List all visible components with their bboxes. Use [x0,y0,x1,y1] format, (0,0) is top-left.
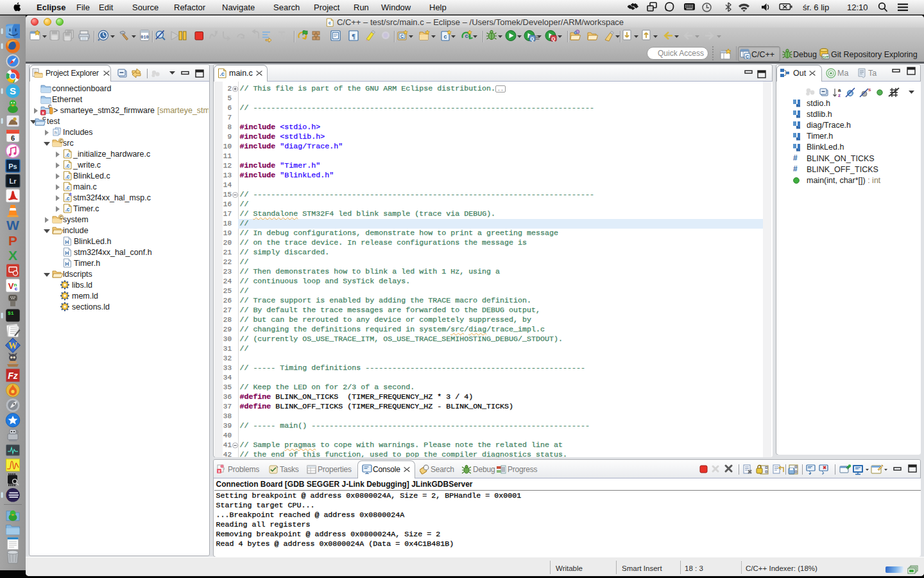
svg-text:x: x [218,469,221,473]
svg-text:Fz: Fz [8,371,18,381]
svg-text:¶: ¶ [352,32,355,40]
svg-text:W: W [6,218,19,232]
svg-text:C: C [60,215,63,220]
svg-text:V: V [8,281,14,291]
svg-text:x: x [42,110,44,115]
svg-text:.c: .c [65,206,69,213]
svg-text:c: c [329,20,332,26]
svg-text:C: C [42,116,46,121]
svg-text:.c: .c [219,71,225,77]
svg-text:C: C [400,34,404,39]
svg-text:X: X [8,248,17,263]
svg-text:c: c [465,33,468,39]
svg-text:.c: .c [65,162,69,169]
svg-text:P: P [8,233,17,248]
svg-text:.c: .c [65,173,69,180]
svg-text:.c: .c [65,195,69,202]
svg-text:Q: Q [552,36,556,42]
svg-text:Lr: Lr [10,177,17,185]
svg-text:Q: Q [531,36,535,42]
svg-text:$1: $1 [8,310,14,316]
svg-text:C: C [60,139,63,143]
svg-text:GIT: GIT [823,55,829,59]
svg-text:h: h [55,130,57,135]
svg-text:c: c [15,286,18,292]
svg-text:.c: .c [65,184,69,191]
svg-text:6: 6 [11,134,15,142]
svg-text:.c: .c [65,152,69,158]
svg-text:s: s [868,87,871,92]
svg-text:010: 010 [141,35,149,40]
svg-text:W: W [8,341,17,351]
svg-text:C: C [746,54,749,60]
svg-text:c: c [443,33,447,40]
svg-text:Ps: Ps [8,162,17,170]
svg-text:S: S [10,85,16,96]
